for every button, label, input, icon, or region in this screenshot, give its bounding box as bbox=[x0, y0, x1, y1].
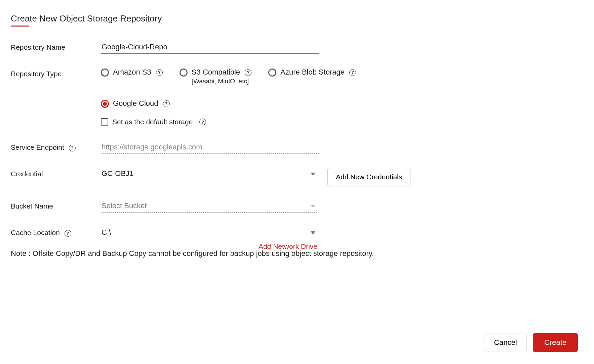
row-repository-type: Repository Type Amazon S3 ? S3 Compatibl… bbox=[11, 68, 583, 126]
repository-name-input[interactable] bbox=[101, 41, 319, 54]
default-storage-row: Set as the default storage ? bbox=[101, 118, 583, 126]
label-credential: Credential bbox=[11, 168, 101, 178]
label-service-endpoint: Service Endpoint bbox=[11, 143, 64, 151]
footer-buttons: Cancel Create bbox=[484, 333, 578, 352]
radio-circle-icon bbox=[180, 69, 188, 77]
help-icon[interactable]: ? bbox=[156, 69, 163, 76]
radio-circle-icon bbox=[101, 69, 109, 77]
radio-azure[interactable]: Azure Blob Storage ? bbox=[268, 68, 356, 77]
default-storage-label: Set as the default storage bbox=[112, 118, 193, 126]
radio-s3-compatible[interactable]: S3 Compatible ? [Wasabi, MinIO, etc] bbox=[180, 68, 251, 86]
radio-dot-icon bbox=[103, 102, 107, 106]
label-repository-type: Repository Type bbox=[11, 68, 101, 78]
cache-location-value[interactable] bbox=[101, 227, 317, 239]
radio-google-label: Google Cloud bbox=[113, 99, 158, 107]
bucket-select[interactable] bbox=[101, 200, 317, 213]
default-storage-checkbox[interactable] bbox=[101, 118, 108, 126]
page-title: Create New Object Storage Repository bbox=[11, 13, 162, 26]
page-title-text: Create New Object Storage Repository bbox=[11, 13, 162, 24]
row-bucket-name: Bucket Name bbox=[11, 200, 583, 213]
row-cache-location: Cache Location ? Add Network Drive bbox=[11, 227, 583, 251]
label-bucket-name: Bucket Name bbox=[11, 200, 101, 210]
help-icon[interactable]: ? bbox=[199, 119, 206, 125]
radio-circle-icon bbox=[101, 100, 109, 108]
label-repository-name: Repository Name bbox=[11, 41, 101, 51]
create-repository-page: Create New Object Storage Repository Rep… bbox=[0, 0, 594, 364]
cancel-button[interactable]: Cancel bbox=[484, 333, 526, 352]
help-icon[interactable]: ? bbox=[163, 100, 170, 107]
radio-azure-label: Azure Blob Storage bbox=[280, 68, 345, 76]
radio-amazon-s3[interactable]: Amazon S3 ? bbox=[101, 68, 163, 77]
service-endpoint-input[interactable] bbox=[101, 141, 319, 154]
radio-google-cloud[interactable]: Google Cloud ? bbox=[101, 99, 170, 108]
bucket-select-value[interactable] bbox=[101, 200, 317, 213]
help-icon[interactable]: ? bbox=[69, 145, 76, 151]
title-underline bbox=[11, 26, 29, 27]
form: Repository Name Repository Type Amazon S… bbox=[11, 41, 583, 258]
radio-circle-icon bbox=[268, 69, 276, 77]
row-service-endpoint: Service Endpoint ? bbox=[11, 141, 583, 154]
add-credentials-button[interactable]: Add New Credentials bbox=[327, 168, 410, 186]
radio-s3-compatible-sub: [Wasabi, MinIO, etc] bbox=[192, 78, 249, 85]
help-icon[interactable]: ? bbox=[65, 230, 71, 237]
radio-s3-compatible-label: S3 Compatible bbox=[192, 68, 240, 76]
row-credential: Credential Add New Credentials bbox=[11, 168, 583, 186]
row-repository-name: Repository Name bbox=[11, 41, 583, 54]
label-cache-location: Cache Location bbox=[11, 229, 60, 236]
create-button[interactable]: Create bbox=[533, 333, 578, 352]
help-icon[interactable]: ? bbox=[349, 69, 356, 76]
note-text: Note : Offsite Copy/DR and Backup Copy c… bbox=[11, 249, 583, 258]
repository-type-radios: Amazon S3 ? S3 Compatible ? [Wasabi, Min… bbox=[101, 68, 437, 108]
credential-select-value[interactable] bbox=[101, 168, 317, 180]
help-icon[interactable]: ? bbox=[245, 69, 251, 76]
credential-select[interactable] bbox=[101, 168, 317, 180]
cache-location-select[interactable] bbox=[101, 227, 317, 239]
radio-amazon-s3-label: Amazon S3 bbox=[113, 68, 151, 76]
